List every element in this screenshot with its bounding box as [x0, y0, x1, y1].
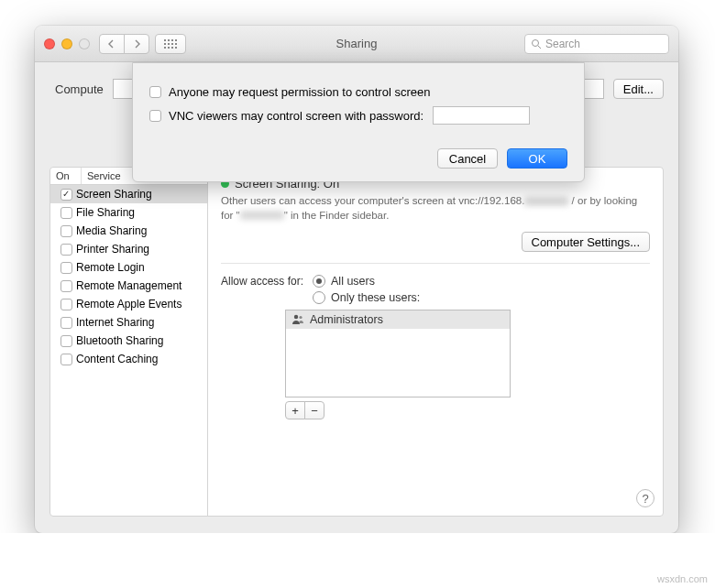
- divider: [221, 263, 650, 264]
- help-button[interactable]: ?: [636, 489, 654, 507]
- svg-rect-11: [175, 47, 177, 49]
- redacted-name: [240, 211, 284, 220]
- svg-rect-4: [164, 43, 166, 45]
- service-checkbox[interactable]: [60, 207, 72, 219]
- computer-settings-sheet: Anyone may request permission to control…: [132, 62, 585, 182]
- svg-rect-1: [168, 39, 170, 41]
- svg-rect-0: [164, 39, 166, 41]
- service-row-internet-sharing[interactable]: Internet Sharing: [50, 313, 207, 332]
- users-box: Administrators + −: [285, 310, 511, 419]
- zoom-window-button[interactable]: [79, 38, 90, 49]
- minimize-window-button[interactable]: [61, 38, 72, 49]
- service-row-screen-sharing[interactable]: Screen Sharing: [50, 185, 207, 203]
- svg-rect-8: [164, 47, 166, 49]
- close-window-button[interactable]: [44, 38, 55, 49]
- services-panel: On Service Screen Sharing File Sharing M…: [50, 167, 664, 517]
- service-row-remote-management[interactable]: Remote Management: [50, 277, 207, 295]
- option-anyone-request[interactable]: Anyone may request permission to control…: [149, 85, 567, 99]
- service-checkbox[interactable]: [60, 317, 72, 329]
- checkbox[interactable]: [149, 86, 161, 98]
- ok-button[interactable]: OK: [507, 148, 567, 169]
- radio-icon: [313, 275, 325, 288]
- service-checkbox[interactable]: [60, 189, 72, 201]
- allow-access-label: Allow access for:: [221, 275, 303, 288]
- service-row-remote-login[interactable]: Remote Login: [50, 258, 207, 277]
- show-all-button[interactable]: [155, 34, 186, 54]
- services-column: On Service Screen Sharing File Sharing M…: [50, 168, 208, 516]
- vnc-password-input[interactable]: [433, 106, 530, 125]
- header-service: Service: [82, 168, 126, 184]
- svg-rect-2: [171, 39, 173, 41]
- back-button[interactable]: [99, 34, 125, 54]
- service-row-printer-sharing[interactable]: Printer Sharing: [50, 240, 207, 258]
- option-vnc-password[interactable]: VNC viewers may control screen with pass…: [149, 106, 567, 125]
- computer-settings-button[interactable]: Computer Settings...: [522, 232, 651, 252]
- service-checkbox[interactable]: [60, 280, 72, 292]
- service-row-media-sharing[interactable]: Media Sharing: [50, 222, 207, 240]
- radio-only-these-users[interactable]: Only these users:: [313, 291, 420, 304]
- svg-line-13: [538, 46, 541, 49]
- forward-button[interactable]: [124, 34, 149, 54]
- svg-point-15: [299, 316, 302, 319]
- computer-name-label: Compute: [55, 82, 104, 96]
- service-row-remote-apple-events[interactable]: Remote Apple Events: [50, 295, 207, 313]
- service-checkbox[interactable]: [60, 244, 72, 256]
- search-icon: [531, 38, 542, 49]
- svg-rect-9: [168, 47, 170, 49]
- svg-rect-6: [171, 43, 173, 45]
- radio-all-users[interactable]: All users: [313, 275, 420, 288]
- users-icon: [292, 314, 304, 325]
- edit-button[interactable]: Edit...: [613, 79, 664, 99]
- radio-icon: [313, 291, 325, 304]
- service-checkbox[interactable]: [60, 262, 72, 274]
- service-row-file-sharing[interactable]: File Sharing: [50, 203, 207, 222]
- service-detail: Screen Sharing: On Other users can acces…: [208, 168, 663, 516]
- add-user-button[interactable]: +: [285, 401, 305, 419]
- search-input[interactable]: Search: [524, 34, 669, 54]
- checkbox[interactable]: [149, 110, 161, 122]
- cancel-button[interactable]: Cancel: [437, 148, 498, 169]
- search-placeholder: Search: [545, 38, 580, 50]
- users-list[interactable]: Administrators: [285, 310, 511, 397]
- service-checkbox[interactable]: [60, 354, 72, 365]
- user-add-remove: + −: [285, 401, 511, 419]
- svg-rect-3: [175, 39, 177, 41]
- service-description: Other users can access your computer's s…: [221, 194, 650, 223]
- svg-point-12: [533, 39, 539, 46]
- service-row-bluetooth-sharing[interactable]: Bluetooth Sharing: [50, 332, 207, 350]
- service-checkbox[interactable]: [60, 335, 72, 347]
- remove-user-button[interactable]: −: [304, 401, 324, 419]
- svg-point-14: [294, 315, 298, 319]
- window-controls: [44, 38, 90, 49]
- svg-rect-10: [171, 47, 173, 49]
- header-on: On: [50, 168, 82, 184]
- access-row: Allow access for: All users Only these u…: [221, 275, 650, 304]
- redacted-ip: [524, 197, 568, 206]
- user-row-administrators[interactable]: Administrators: [286, 310, 510, 329]
- svg-rect-5: [168, 43, 170, 45]
- service-checkbox[interactable]: [60, 225, 72, 237]
- services-list: Screen Sharing File Sharing Media Sharin…: [50, 185, 207, 516]
- svg-rect-7: [175, 43, 177, 45]
- titlebar: Sharing Search: [35, 26, 678, 62]
- service-checkbox[interactable]: [60, 299, 72, 310]
- service-row-content-caching[interactable]: Content Caching: [50, 350, 207, 368]
- preferences-window: Sharing Search Compute Edit... On Servic…: [35, 26, 678, 533]
